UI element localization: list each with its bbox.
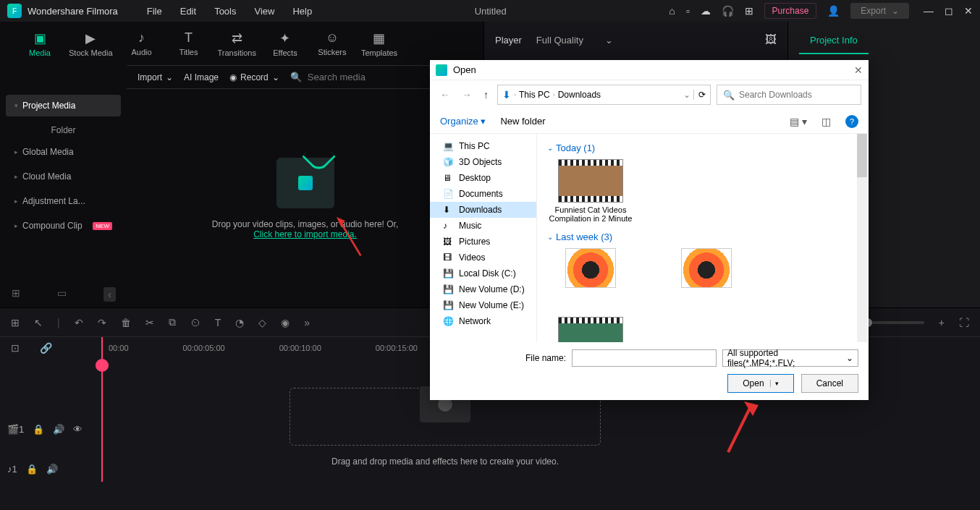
cancel-button[interactable]: Cancel: [801, 374, 858, 393]
delete-icon[interactable]: 🗑: [121, 317, 131, 328]
dialog-close-icon[interactable]: ✕: [854, 64, 863, 76]
split-icon[interactable]: ✂: [145, 317, 154, 328]
device-icon[interactable]: ⌂: [669, 5, 675, 17]
mute-icon[interactable]: 🔊: [53, 424, 64, 435]
motion-icon[interactable]: ◉: [281, 317, 290, 328]
tab-transitions[interactable]: ⇄Transitions: [218, 30, 256, 57]
menu-tools[interactable]: Tools: [214, 6, 236, 17]
menu-help[interactable]: Help: [292, 6, 312, 17]
path-bar[interactable]: ⬇ › This PC › Downloads ⌄ ⟳: [497, 85, 711, 105]
tab-templates[interactable]: ▦Templates: [361, 30, 397, 57]
refresh-icon[interactable]: ⟳: [693, 90, 706, 100]
tab-titles[interactable]: TTitles: [171, 30, 207, 56]
menu-edit[interactable]: Edit: [180, 6, 196, 17]
project-info-tab[interactable]: Project Info: [799, 27, 869, 54]
tree-this-pc[interactable]: 💻This PC: [430, 138, 536, 154]
tree-network[interactable]: 🌐Network: [430, 313, 536, 329]
fit-icon[interactable]: ⛶: [959, 317, 969, 328]
import-link[interactable]: Click here to import media.: [253, 229, 357, 239]
new-folder-button[interactable]: New folder: [500, 116, 545, 127]
tab-stickers[interactable]: ☺Stickers: [314, 30, 350, 56]
nav-forward-icon[interactable]: →: [459, 89, 475, 101]
visibility-icon[interactable]: 👁: [73, 424, 83, 435]
tree-pictures[interactable]: 🖼Pictures: [430, 234, 536, 250]
menu-file[interactable]: File: [147, 6, 162, 17]
sidebar-cloud-media[interactable]: ▸Cloud Media: [6, 166, 121, 187]
options-icon[interactable]: ⊞: [11, 317, 20, 328]
view-mode-icon[interactable]: ▤ ▾: [790, 116, 807, 127]
undo-icon[interactable]: ↶: [75, 317, 83, 328]
filename-input[interactable]: [572, 349, 717, 367]
close-icon[interactable]: ✕: [964, 5, 973, 17]
nav-back-icon[interactable]: ←: [437, 89, 453, 101]
tree-documents[interactable]: 📄Documents: [430, 186, 536, 202]
tab-stock-media[interactable]: ▶Stock Media: [69, 30, 113, 57]
collapse-icon[interactable]: ‹: [104, 287, 116, 302]
export-button[interactable]: Export⌄: [850, 3, 909, 19]
video-track-icon[interactable]: 🎬1: [7, 424, 24, 435]
tree-videos[interactable]: 🎞Videos: [430, 250, 536, 265]
tree-desktop[interactable]: 🖥Desktop: [430, 170, 536, 186]
apps-icon[interactable]: ⊞: [745, 5, 753, 17]
search-input[interactable]: [308, 72, 429, 82]
import-button[interactable]: Import ⌄: [138, 72, 173, 82]
tab-effects[interactable]: ✦Effects: [267, 30, 303, 57]
account-icon[interactable]: 👤: [827, 5, 840, 17]
open-button[interactable]: Open▾: [727, 374, 793, 393]
tree-music[interactable]: ♪Music: [430, 218, 536, 234]
tree-local-disk-c[interactable]: 💾Local Disk (C:): [430, 265, 536, 281]
sidebar-compound-clip[interactable]: ▸Compound ClipNEW: [6, 215, 121, 237]
headphones-icon[interactable]: 🎧: [722, 5, 734, 17]
text-icon[interactable]: T: [215, 317, 221, 328]
crop-icon[interactable]: ⧉: [169, 316, 176, 328]
tree-volume-d[interactable]: 💾New Volume (D:): [430, 281, 536, 297]
lock-track-icon[interactable]: ⊡: [11, 342, 20, 354]
tree-3d-objects[interactable]: 🧊3D Objects: [430, 154, 536, 170]
mute-icon[interactable]: 🔊: [46, 464, 58, 475]
minimize-icon[interactable]: —: [924, 5, 934, 17]
sidebar-adjustment-layer[interactable]: ▸Adjustment La...: [6, 190, 121, 212]
tree-downloads[interactable]: ⬇Downloads: [430, 202, 536, 218]
audio-track-icon[interactable]: ♪1: [7, 464, 17, 475]
chevron-down-icon[interactable]: ⌄: [683, 90, 690, 100]
save-icon[interactable]: ▫: [686, 5, 690, 17]
group-today[interactable]: ⌄Today (1): [547, 143, 858, 153]
lock-icon[interactable]: 🔒: [26, 464, 38, 475]
file-item[interactable]: Funniest Cat Videos Compilation in 2 Min…: [547, 159, 634, 223]
select-tool-icon[interactable]: ↖: [34, 317, 43, 328]
snapshot-icon[interactable]: 🖼: [765, 33, 777, 46]
file-item[interactable]: [547, 317, 634, 342]
menu-view[interactable]: View: [254, 6, 274, 17]
cloud-icon[interactable]: ☁: [701, 5, 711, 17]
maximize-icon[interactable]: ◻: [945, 5, 953, 17]
sidebar-folder[interactable]: Folder: [6, 119, 121, 141]
path-segment[interactable]: Downloads: [558, 90, 601, 100]
dialog-search-input[interactable]: [739, 90, 855, 100]
group-last-week[interactable]: ⌄Last week (3): [547, 231, 858, 242]
help-icon[interactable]: ?: [845, 115, 858, 128]
sidebar-global-media[interactable]: ▸Global Media: [6, 141, 121, 163]
redo-icon[interactable]: ↷: [98, 317, 106, 328]
record-button[interactable]: ◉ Record ⌄: [229, 72, 279, 82]
zoom-in-icon[interactable]: +: [939, 317, 945, 328]
path-segment[interactable]: This PC: [519, 90, 550, 100]
link-icon[interactable]: 🔗: [40, 342, 52, 354]
filetype-dropdown[interactable]: All supported files(*.MP4;*.FLV;⌄: [722, 349, 858, 367]
new-folder-icon[interactable]: ⊞: [12, 287, 20, 302]
quality-dropdown[interactable]: Full Quality⌄: [536, 35, 613, 46]
file-item[interactable]: [547, 248, 634, 288]
file-item[interactable]: [663, 248, 750, 288]
speed-icon[interactable]: ⏲: [190, 317, 200, 328]
keyframe-icon[interactable]: ◇: [258, 317, 266, 328]
lock-icon[interactable]: 🔒: [33, 424, 44, 435]
sidebar-project-media[interactable]: ▾Project Media: [6, 95, 121, 116]
ai-image-button[interactable]: AI Image: [184, 72, 219, 82]
file-list-scrollbar[interactable]: [857, 134, 867, 342]
preview-pane-icon[interactable]: ◫: [821, 116, 831, 127]
purchase-button[interactable]: Purchase: [764, 3, 817, 19]
nav-up-icon[interactable]: ↑: [481, 89, 491, 101]
folder-icon[interactable]: ▭: [57, 287, 67, 302]
tree-volume-e[interactable]: 💾New Volume (E:): [430, 297, 536, 313]
tab-audio[interactable]: ♪Audio: [124, 30, 160, 56]
tab-media[interactable]: ▣Media: [22, 30, 58, 57]
